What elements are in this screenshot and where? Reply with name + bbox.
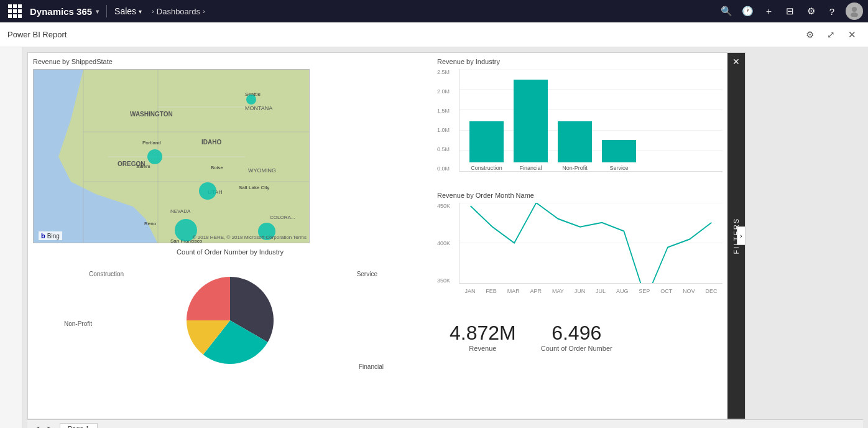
page-nav-prev[interactable]: ◄ [32, 424, 41, 429]
svg-point-28 [199, 182, 216, 200]
svg-point-0 [852, 7, 857, 12]
pie-label-service: Service [357, 271, 377, 277]
brand-button[interactable]: Dynamics 365 ▾ [25, 6, 104, 17]
bar-label-construction: Construction [471, 165, 502, 171]
breadcrumb-arrow-icon: › [152, 7, 154, 15]
report-inner: Revenue by ShippedState [28, 53, 745, 419]
report-container: › Revenue by ShippedState [27, 52, 746, 419]
line-chart-area: JAN FEB MAR APR MAY JUN JUL AUG SEP OC [459, 203, 723, 284]
subheader-close-button[interactable]: ✕ [843, 26, 861, 44]
subheader-expand-button[interactable]: ⤢ [822, 26, 839, 44]
x-label-jul: JUL [596, 288, 606, 294]
svg-text:COLORA...: COLORA... [270, 215, 295, 220]
bar-financial [514, 80, 548, 162]
x-label-feb: FEB [486, 288, 497, 294]
sales-section[interactable]: Sales ▾ [109, 6, 147, 16]
kpi-order-count-value: 6.496 [541, 322, 612, 345]
bar-chart-area: Construction Financial Non-Profit [459, 69, 723, 172]
sales-label: Sales [114, 6, 136, 16]
add-button[interactable]: ＋ [759, 0, 778, 22]
svg-text:MONTANA: MONTANA [245, 105, 272, 111]
map-copyright: © 2018 HERE, © 2018 Microsoft Corporatio… [193, 235, 307, 240]
x-label-dec: DEC [706, 288, 718, 294]
page-nav-next[interactable]: ► [46, 424, 55, 429]
page-tab-1[interactable]: Page 1 [60, 423, 98, 429]
history-button[interactable]: 🕐 [737, 0, 757, 22]
bar-label-service: Service [609, 165, 628, 171]
report-title: Power BI Report [7, 30, 67, 39]
user-avatar[interactable] [846, 2, 863, 20]
x-label-jun: JUN [575, 288, 586, 294]
filter-button[interactable]: ⊟ [780, 0, 800, 22]
pie-section: Count of Order Number by Industry Servic… [33, 248, 427, 383]
svg-text:Salem: Salem [136, 164, 150, 169]
pie-chart-svg [180, 271, 280, 370]
kpi-revenue-label: Revenue [450, 345, 516, 352]
bar-y-label-2: 1.5M [437, 108, 450, 114]
brand-label: Dynamics 365 [30, 6, 92, 17]
line-chart-wrapper: 450K 400K 350K [437, 203, 723, 299]
x-label-may: MAY [552, 288, 564, 294]
x-label-aug: AUG [616, 288, 629, 294]
kpi-revenue: 4.872M Revenue [450, 322, 516, 352]
svg-text:WYOMING: WYOMING [248, 167, 276, 174]
apps-button[interactable] [5, 0, 25, 22]
topbar: Dynamics 365 ▾ Sales ▾ › Dashboards › 🔍 … [0, 0, 868, 22]
filters-close-button[interactable]: ✕ [730, 55, 742, 68]
map-svg: WASHINGTON OREGON IDAHO MONTANA WYOMING … [34, 70, 310, 243]
line-title: Revenue by Order Month Name [437, 192, 723, 199]
bar-group-financial: Financial [514, 80, 548, 171]
svg-text:Salt Lake City: Salt Lake City [239, 185, 269, 190]
svg-point-25 [246, 95, 256, 105]
breadcrumb-arrow2-icon: › [203, 7, 205, 15]
svg-text:Reno: Reno [144, 221, 157, 226]
x-label-jan: JAN [464, 288, 475, 294]
bar-service [602, 140, 636, 162]
bar-chart-wrapper: 2.5M 2.0M 1.5M 1.0M 0.5M 0.0M [437, 69, 723, 184]
svg-text:Portland: Portland [142, 140, 161, 146]
chevron-left-panel[interactable]: › [737, 226, 746, 245]
bing-logo: b Bing [39, 231, 62, 240]
svg-text:Boise: Boise [211, 165, 224, 170]
breadcrumb-label: Dashboards [157, 7, 200, 16]
line-y-label-0: 450K [437, 203, 450, 209]
bar-y-label-4: 0.5M [437, 146, 450, 152]
bar-section: Revenue by Industry 2.5M 2.0M 1.5M 1.0M … [437, 58, 723, 184]
topbar-divider [106, 5, 107, 17]
pie-chart-container: Service Construction Non-Profit Financia… [33, 258, 427, 383]
svg-text:WASHINGTON: WASHINGTON [130, 111, 173, 118]
subheader: Power BI Report ⚙ ⤢ ✕ [0, 22, 868, 47]
bar-title: Revenue by Industry [437, 58, 723, 65]
map-title: Revenue by ShippedState [33, 58, 427, 65]
x-label-nov: NOV [683, 288, 695, 294]
brand-chevron-icon: ▾ [96, 8, 99, 15]
bing-icon: b [41, 232, 45, 240]
apps-grid-icon [8, 4, 22, 18]
main-layout: › Revenue by ShippedState [0, 47, 868, 428]
content-area: › Revenue by ShippedState [22, 47, 868, 428]
sales-chevron-icon: ▾ [139, 8, 142, 15]
report-left-panel: Revenue by ShippedState [28, 53, 432, 419]
bar-y-label-5: 0.0M [437, 165, 450, 172]
x-label-apr: APR [530, 288, 542, 294]
help-button[interactable]: ? [822, 0, 842, 22]
x-label-sep: SEP [639, 288, 650, 294]
bar-y-label-1: 2.0M [437, 88, 450, 95]
kpi-section: 4.872M Revenue 6.496 Count of Order Numb… [437, 317, 723, 357]
bar-construction [469, 121, 504, 162]
settings-button[interactable]: ⚙ [801, 0, 821, 22]
bar-y-label-0: 2.5M [437, 69, 450, 75]
bar-group-container: Construction Financial Non-Profit [459, 69, 723, 171]
bar-y-axis: 2.5M 2.0M 1.5M 1.0M 0.5M 0.0M [437, 69, 450, 172]
bar-label-nonprofit: Non-Profit [562, 165, 588, 171]
search-button[interactable]: 🔍 [716, 0, 736, 22]
report-right-panel: Revenue by Industry 2.5M 2.0M 1.5M 1.0M … [432, 53, 745, 419]
bar-label-financial: Financial [519, 165, 542, 171]
bar-group-service: Service [602, 140, 636, 171]
line-x-axis: JAN FEB MAR APR MAY JUN JUL AUG SEP OC [459, 288, 723, 294]
breadcrumb: › Dashboards › [147, 7, 210, 16]
subheader-settings-button[interactable]: ⚙ [801, 26, 818, 44]
topbar-icons: 🔍 🕐 ＋ ⊟ ⚙ ? [716, 0, 863, 22]
line-chart-svg [459, 203, 723, 283]
svg-point-1 [851, 12, 858, 17]
